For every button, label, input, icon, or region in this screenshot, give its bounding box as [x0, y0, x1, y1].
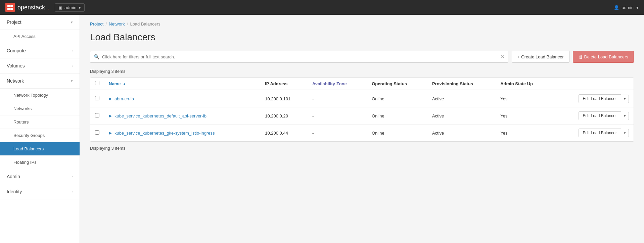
sidebar-label: Admin — [7, 174, 20, 179]
row-ip-cell: 10.200.0.101 — [260, 90, 308, 107]
admin-project-dropdown[interactable]: ▣ admin ▾ — [55, 3, 84, 12]
create-load-balancer-button[interactable]: + Create Load Balancer — [512, 51, 569, 63]
row-operating-status-cell: Online — [367, 107, 427, 125]
chevron-right-icon: › — [72, 49, 73, 53]
toolbar: 🔍 ✕ + Create Load Balancer 🗑 Delete Load… — [90, 51, 634, 63]
sidebar-label: Compute — [7, 48, 26, 53]
page-title: Load Balancers — [90, 32, 634, 43]
sidebar-label: Security Groups — [13, 133, 45, 138]
row-name-cell: ▶ abm-cp-lb — [104, 90, 260, 107]
main-layout: Project ▾ API Access Compute › Volumes ›… — [0, 15, 644, 243]
th-provisioning-status[interactable]: Provisioning Status — [427, 78, 496, 90]
sidebar-label: Identity — [7, 189, 22, 194]
sidebar-item-network[interactable]: Network ▾ — [0, 74, 80, 89]
displaying-count-bottom: Displaying 3 items — [90, 146, 634, 151]
load-balancer-name-link[interactable]: abm-cp-lb — [114, 96, 134, 101]
table-row: ▶ kube_service_kubernetes_gke-system_ist… — [90, 125, 634, 142]
row-action-cell: Edit Load Balancer ▾ — [552, 90, 634, 107]
brand-dot: . — [48, 4, 49, 11]
row-provisioning-status-cell: Active — [427, 107, 496, 125]
chevron-down-icon: ▾ — [79, 5, 81, 10]
admin-project-label: admin — [64, 5, 76, 10]
row-ip-cell: 10.200.0.44 — [260, 125, 308, 142]
row-az-cell: - — [308, 107, 367, 125]
row-expander-icon[interactable]: ▶ — [109, 113, 112, 118]
sidebar-item-admin[interactable]: Admin › — [0, 169, 80, 184]
select-all-checkbox[interactable] — [95, 81, 99, 85]
load-balancer-name-link[interactable]: kube_service_kubernetes_gke-system_istio… — [114, 131, 215, 136]
breadcrumb-network[interactable]: Network — [109, 21, 125, 27]
sidebar-item-networks[interactable]: Networks — [0, 102, 80, 115]
search-input[interactable] — [102, 54, 501, 59]
sort-icon: ▲ — [123, 82, 126, 86]
row-expander-icon[interactable]: ▶ — [109, 96, 112, 101]
edit-load-balancer-button[interactable]: Edit Load Balancer — [579, 111, 621, 120]
svg-rect-2 — [7, 8, 10, 10]
brand-icon — [5, 3, 15, 12]
sidebar-label: Network — [7, 78, 24, 84]
row-checkbox-cell — [90, 107, 104, 125]
sidebar-item-identity[interactable]: Identity › — [0, 184, 80, 199]
user-chevron-icon: ▾ — [636, 5, 639, 10]
row-checkbox-cell — [90, 125, 104, 142]
sidebar-item-floating-ips[interactable]: Floating IPs — [0, 156, 80, 169]
brand-text: openstack — [17, 4, 45, 11]
th-name[interactable]: Name ▲ — [104, 78, 260, 90]
edit-load-balancer-button[interactable]: Edit Load Balancer — [579, 129, 621, 137]
sidebar-item-compute[interactable]: Compute › — [0, 43, 80, 58]
sidebar-label: API Access — [13, 34, 36, 39]
row-action-cell: Edit Load Balancer ▾ — [552, 125, 634, 142]
table-header-row: Name ▲ IP Address Availability Zone Oper… — [90, 78, 634, 90]
th-actions — [552, 78, 634, 90]
row-operating-status-cell: Online — [367, 125, 427, 142]
admin-project-icon: ▣ — [58, 5, 62, 10]
row-az-cell: - — [308, 90, 367, 107]
sidebar-label: Volumes — [7, 63, 25, 68]
th-az[interactable]: Availability Zone — [308, 78, 367, 90]
sidebar-item-load-balancers[interactable]: Load Balancers — [0, 142, 80, 156]
user-icon: 👤 — [614, 5, 619, 10]
row-checkbox[interactable] — [95, 113, 99, 117]
breadcrumb-project[interactable]: Project — [90, 21, 103, 27]
row-provisioning-status-cell: Active — [427, 90, 496, 107]
sidebar-item-volumes[interactable]: Volumes › — [0, 58, 80, 74]
row-name-cell: ▶ kube_service_kubernetes_default_api-se… — [104, 107, 260, 125]
th-admin-state[interactable]: Admin State Up — [496, 78, 552, 90]
row-az-cell: - — [308, 125, 367, 142]
sidebar-item-project[interactable]: Project ▾ — [0, 15, 80, 30]
sidebar-label: Project — [7, 19, 21, 25]
user-label: admin — [622, 5, 634, 10]
sidebar-item-api-access[interactable]: API Access — [0, 30, 80, 43]
clear-search-icon[interactable]: ✕ — [501, 54, 505, 59]
row-checkbox[interactable] — [95, 130, 99, 135]
row-ip-cell: 10.200.0.20 — [260, 107, 308, 125]
user-dropdown[interactable]: 👤 admin ▾ — [614, 5, 639, 10]
th-operating-status[interactable]: Operating Status — [367, 78, 427, 90]
load-balancer-name-link[interactable]: kube_service_kubernetes_default_api-serv… — [114, 113, 206, 118]
row-operating-status-cell: Online — [367, 90, 427, 107]
action-dropdown-button[interactable]: ▾ — [621, 112, 629, 120]
row-checkbox[interactable] — [95, 96, 99, 100]
sidebar-item-routers[interactable]: Routers — [0, 115, 80, 129]
breadcrumb-current: Load Balancers — [130, 21, 160, 27]
sidebar: Project ▾ API Access Compute › Volumes ›… — [0, 15, 80, 243]
sidebar-item-network-topology[interactable]: Network Topology — [0, 89, 80, 102]
edit-load-balancer-button[interactable]: Edit Load Balancer — [579, 94, 621, 103]
sidebar-item-security-groups[interactable]: Security Groups — [0, 129, 80, 142]
action-dropdown-button[interactable]: ▾ — [621, 95, 629, 103]
row-expander-icon[interactable]: ▶ — [109, 131, 112, 135]
breadcrumb-sep2: / — [127, 21, 128, 27]
search-box: 🔍 ✕ — [90, 51, 508, 63]
load-balancers-table: Name ▲ IP Address Availability Zone Oper… — [90, 77, 634, 142]
sidebar-label: Load Balancers — [13, 146, 44, 151]
chevron-down-icon: ▾ — [71, 20, 73, 25]
chevron-down-icon: ▾ — [71, 79, 73, 83]
svg-rect-1 — [10, 5, 13, 7]
th-ip[interactable]: IP Address — [260, 78, 308, 90]
delete-load-balancers-button[interactable]: 🗑 Delete Load Balancers — [573, 51, 634, 63]
brand-logo: openstack. — [5, 3, 49, 12]
breadcrumb-sep: / — [105, 21, 107, 27]
sidebar-label: Network Topology — [13, 93, 48, 98]
action-dropdown-button[interactable]: ▾ — [621, 129, 629, 137]
sidebar-label: Routers — [13, 119, 29, 125]
